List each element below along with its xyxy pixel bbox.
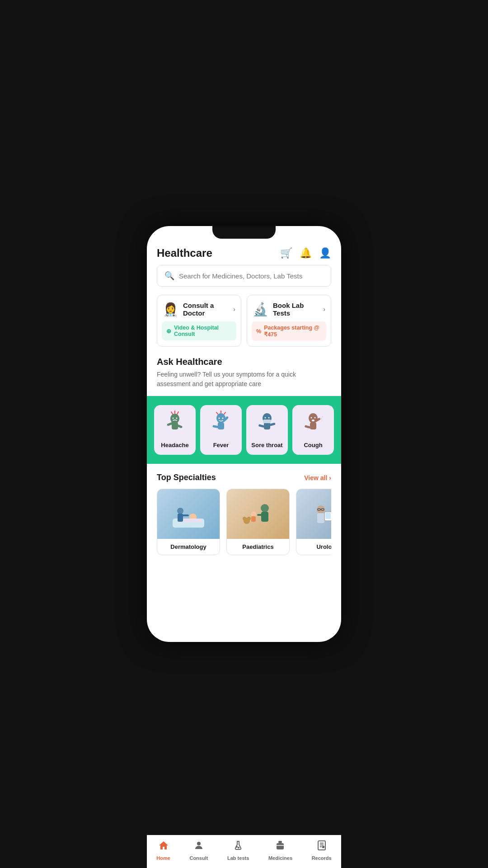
svg-rect-40 [182, 514, 189, 516]
cough-icon [301, 410, 325, 438]
svg-rect-57 [325, 513, 331, 519]
svg-rect-20 [263, 420, 271, 423]
svg-rect-44 [261, 512, 268, 522]
sore-throat-label: Sore throat [251, 442, 282, 448]
doctor-icon: 👩‍⚕️ [163, 302, 178, 317]
svg-point-8 [176, 418, 178, 419]
svg-rect-28 [305, 425, 311, 429]
specialties-title: Top Specialties [157, 473, 216, 482]
urology-label: Urology [296, 539, 331, 555]
paediatrics-label: Paediatrics [227, 539, 289, 555]
symptom-fever[interactable]: Fever [200, 405, 242, 455]
svg-rect-10 [218, 422, 224, 429]
symptoms-banner: Headache [147, 396, 341, 464]
headache-icon [163, 410, 187, 438]
action-cards: 👩‍⚕️ Consult a Doctor › ⊕ Video & Hospit… [147, 295, 341, 347]
fever-label: Fever [213, 442, 229, 448]
symptom-headache[interactable]: Headache [154, 405, 196, 455]
ask-subtitle: Feeling unwell? Tell us your symptoms fo… [157, 370, 331, 389]
svg-point-48 [247, 517, 251, 520]
svg-rect-19 [264, 422, 270, 429]
headache-label: Headache [161, 442, 188, 448]
symptoms-grid: Headache [154, 405, 334, 455]
paediatrics-image [227, 489, 289, 539]
svg-point-47 [243, 517, 246, 520]
svg-rect-23 [258, 424, 265, 428]
specialty-dermatology[interactable]: Dermatology [157, 489, 220, 555]
lab-badge-icon: % [256, 328, 261, 335]
consult-label: Consult a Doctor [183, 302, 228, 317]
consult-arrow: › [233, 306, 235, 313]
specialties-header: Top Specialties View all › [157, 473, 331, 482]
view-all-button[interactable]: View all › [304, 474, 331, 481]
svg-point-7 [173, 418, 174, 419]
view-all-arrow: › [329, 474, 331, 481]
symptom-cough[interactable]: Cough [292, 405, 334, 455]
search-bar[interactable]: 🔍 [157, 265, 331, 287]
user-icon[interactable]: 👤 [319, 247, 331, 259]
svg-rect-45 [257, 514, 263, 516]
phone-notch [212, 226, 276, 239]
svg-rect-39 [178, 514, 183, 522]
svg-point-32 [320, 418, 322, 420]
lab-icon: 🔬 [253, 302, 268, 317]
svg-point-31 [312, 420, 314, 421]
urology-image [296, 489, 331, 539]
lab-badge: % Packages starting @ ₹475 [252, 321, 326, 341]
sore-throat-icon [255, 410, 279, 438]
specialty-urology[interactable]: Urology [296, 489, 331, 555]
svg-point-29 [311, 417, 312, 419]
consult-badge: ⊕ Video & Hospital Consult [162, 321, 236, 340]
cough-label: Cough [304, 442, 322, 448]
view-all-label: View all [304, 474, 327, 481]
lab-arrow: › [323, 306, 325, 313]
svg-rect-42 [251, 516, 256, 522]
search-input[interactable] [179, 272, 324, 280]
ask-healthcare-section: Ask Healthcare Feeling unwell? Tell us y… [147, 357, 341, 396]
specialty-paediatrics[interactable]: Paediatrics [226, 489, 290, 555]
svg-point-17 [222, 418, 224, 419]
svg-rect-50 [317, 513, 324, 523]
dermatology-label: Dermatology [157, 539, 220, 555]
search-icon: 🔍 [164, 271, 174, 281]
svg-line-13 [216, 412, 218, 414]
svg-point-43 [261, 504, 269, 512]
ask-title: Ask Healthcare [157, 357, 331, 367]
specialties-list: Dermatology [157, 489, 331, 555]
phone-frame: Healthcare 🛒 🔔 👤 🔍 👩‍⚕️ Consult a Doctor… [147, 226, 341, 642]
app-title: Healthcare [157, 247, 212, 259]
symptom-sore-throat[interactable]: Sore throat [246, 405, 288, 455]
phone-content: Healthcare 🛒 🔔 👤 🔍 👩‍⚕️ Consult a Doctor… [147, 239, 341, 600]
svg-point-16 [219, 418, 220, 419]
bell-icon[interactable]: 🔔 [300, 247, 312, 259]
svg-point-30 [314, 417, 316, 419]
lab-tests-card[interactable]: 🔬 Book Lab Tests › % Packages starting @… [247, 295, 331, 347]
lab-badge-text: Packages starting @ ₹475 [264, 325, 322, 338]
svg-line-4 [171, 412, 173, 414]
svg-point-9 [216, 413, 225, 423]
consult-badge-icon: ⊕ [166, 328, 171, 335]
fever-icon [209, 410, 233, 438]
svg-point-41 [251, 511, 256, 517]
svg-line-6 [177, 412, 178, 414]
header-icons: 🛒 🔔 👤 [280, 247, 331, 259]
svg-point-38 [177, 508, 183, 514]
svg-point-34 [321, 420, 322, 421]
svg-point-33 [322, 416, 324, 418]
consult-badge-text: Video & Hospital Consult [174, 325, 232, 337]
lab-label: Book Lab Tests [273, 302, 318, 317]
svg-point-0 [170, 414, 179, 424]
dermatology-image [157, 489, 220, 539]
specialties-section: Top Specialties View all › [147, 473, 341, 564]
svg-line-15 [224, 412, 225, 414]
svg-rect-24 [269, 423, 276, 426]
svg-rect-26 [310, 422, 316, 429]
cart-icon[interactable]: 🛒 [280, 247, 292, 259]
consult-doctor-card[interactable]: 👩‍⚕️ Consult a Doctor › ⊕ Video & Hospit… [157, 295, 241, 347]
svg-point-22 [268, 417, 270, 419]
svg-point-21 [265, 417, 266, 419]
app-header: Healthcare 🛒 🔔 👤 [147, 239, 341, 265]
